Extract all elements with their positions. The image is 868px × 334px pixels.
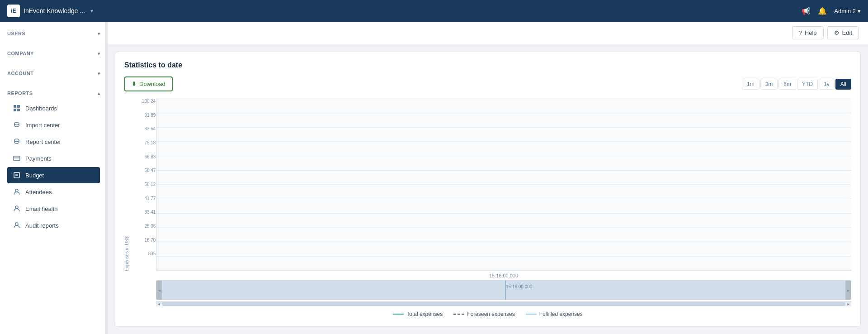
svg-rect-8 <box>14 172 19 178</box>
scrollbar-selection <box>157 281 849 300</box>
content-area: ? Help ⚙ Edit Statistics to date ⬇ Downl… <box>108 22 868 334</box>
x-axis-label: 15:16:00.000 <box>124 271 851 278</box>
time-filter-ytd[interactable]: YTD <box>797 79 818 90</box>
edit-button[interactable]: ⚙ Edit <box>827 26 859 39</box>
sidebar-section-header-reports[interactable]: REPORTS ▴ <box>7 87 100 100</box>
download-button[interactable]: ⬇ Download <box>124 76 173 91</box>
time-filter-1y[interactable]: 1y <box>819 79 835 90</box>
chart-legend: Total expensesForeseen expensesFulfilled… <box>124 306 851 317</box>
sidebar-section-users: USERS ▾ <box>0 22 107 42</box>
sidebar-item-dashboards[interactable]: Dashboards <box>7 100 100 116</box>
reports-chevron: ▴ <box>98 91 100 96</box>
sidebar-section-header-users[interactable]: USERS ▾ <box>7 27 100 40</box>
svg-rect-0 <box>14 105 16 108</box>
help-button[interactable]: ? Help <box>792 26 824 39</box>
sidebar-item-attendees[interactable]: Attendees <box>7 184 100 200</box>
y-axis-title: Expenses in US$ <box>124 99 129 271</box>
legend-label-total: Total expenses <box>406 311 443 317</box>
chart-hscrollbar[interactable]: ◂ ▸ <box>156 301 851 306</box>
sidebar: USERS ▾ COMPANY ▾ ACCOUNT ▾ REPORTS ▴ <box>0 22 108 334</box>
chart-scrollbar[interactable]: ◂ ▸ 15:16:00.000 <box>156 280 851 300</box>
scrollbar-left-handle[interactable]: ◂ <box>156 281 162 300</box>
svg-rect-6 <box>14 156 20 161</box>
legend-line-fulfilled <box>526 314 537 315</box>
svg-rect-3 <box>17 109 20 111</box>
svg-point-4 <box>14 122 19 125</box>
top-nav: iE InEvent Knowledge ... ▾ 📢 🔔 Admin 2 ▾ <box>0 0 868 22</box>
svg-point-12 <box>15 206 18 209</box>
sidebar-item-budget[interactable]: Budget <box>7 167 100 183</box>
email-health-label: Email health <box>25 205 58 212</box>
chart-title: Statistics to date <box>124 61 851 69</box>
chart-card: Statistics to date ⬇ Download 1m3m6mYTD1… <box>115 52 861 327</box>
audit-reports-label: Audit reports <box>25 222 59 229</box>
budget-icon <box>13 171 21 179</box>
scrollbar-cursor <box>505 281 506 300</box>
svg-point-5 <box>14 139 19 142</box>
budget-label: Budget <box>25 172 44 179</box>
sidebar-item-audit-reports[interactable]: Audit reports <box>7 217 100 234</box>
sidebar-item-report-center[interactable]: Report center <box>7 134 100 150</box>
legend-item-fulfilled: Fulfilled expenses <box>526 311 583 317</box>
time-filters: 1m3m6mYTD1yAll <box>742 79 851 90</box>
svg-rect-1 <box>17 105 20 108</box>
time-filter-6m[interactable]: 6m <box>778 79 796 90</box>
user-name: Admin 2 <box>834 8 856 14</box>
chart-container: Expenses in US$ 100 24891 89483 54075 18… <box>124 99 851 306</box>
svg-rect-2 <box>14 109 16 111</box>
payments-label: Payments <box>25 155 52 162</box>
legend-item-total: Total expenses <box>393 311 443 317</box>
content-header: ? Help ⚙ Edit <box>108 22 868 44</box>
email-health-icon <box>13 205 21 213</box>
chart-toolbar: ⬇ Download 1m3m6mYTD1yAll <box>124 76 851 91</box>
sidebar-section-account: ACCOUNT ▾ <box>0 62 107 81</box>
chart-plot-area <box>156 99 851 271</box>
legend-label-fulfilled: Fulfilled expenses <box>539 311 583 317</box>
sidebar-item-payments[interactable]: Payments <box>7 150 100 167</box>
hscrollbar-left-arrow[interactable]: ◂ <box>156 301 162 306</box>
help-icon: ? <box>799 29 802 36</box>
left-grip-icon: ◂ <box>158 288 160 293</box>
report-center-icon <box>13 138 21 146</box>
attendees-label: Attendees <box>25 189 52 196</box>
app-title: InEvent Knowledge ... <box>24 7 85 14</box>
bell-icon[interactable]: 🔔 <box>818 7 827 15</box>
company-chevron: ▾ <box>98 51 100 56</box>
legend-line-total <box>393 314 404 315</box>
scrollbar-right-handle[interactable]: ▸ <box>845 281 851 300</box>
legend-line-foreseen <box>453 314 464 315</box>
gear-icon: ⚙ <box>834 29 840 36</box>
sidebar-section-reports: REPORTS ▴ Dashboards Import center R <box>0 81 107 236</box>
hscrollbar-right-arrow[interactable]: ▸ <box>845 301 851 306</box>
sidebar-section-company: COMPANY ▾ <box>0 42 107 62</box>
time-filter-1m[interactable]: 1m <box>742 79 760 90</box>
svg-point-13 <box>15 223 18 225</box>
sidebar-item-email-health[interactable]: Email health <box>7 200 100 217</box>
sidebar-section-header-account[interactable]: ACCOUNT ▾ <box>7 67 100 80</box>
hscrollbar-thumb[interactable] <box>162 302 845 306</box>
svg-point-11 <box>15 189 18 192</box>
attendees-icon <box>13 188 21 196</box>
time-filter-3m[interactable]: 3m <box>760 79 778 90</box>
right-grip-icon: ▸ <box>847 288 849 293</box>
download-icon: ⬇ <box>132 81 137 87</box>
report-center-label: Report center <box>25 138 61 145</box>
dashboards-icon <box>13 104 21 112</box>
app-title-chevron[interactable]: ▾ <box>90 8 93 14</box>
sidebar-scrollbar[interactable] <box>105 22 108 334</box>
user-chevron: ▾ <box>858 8 861 14</box>
sidebar-item-import-center[interactable]: Import center <box>7 117 100 133</box>
user-menu[interactable]: Admin 2 ▾ <box>834 8 861 14</box>
import-center-label: Import center <box>25 122 60 129</box>
payments-icon <box>13 154 21 162</box>
legend-label-foreseen: Foreseen expenses <box>467 311 514 317</box>
account-chevron: ▾ <box>98 71 100 76</box>
time-filter-all[interactable]: All <box>835 79 851 90</box>
users-chevron: ▾ <box>98 31 100 36</box>
app-logo: iE <box>7 5 20 17</box>
sidebar-section-header-company[interactable]: COMPANY ▾ <box>7 47 100 60</box>
legend-item-foreseen: Foreseen expenses <box>453 311 514 317</box>
dashboards-label: Dashboards <box>25 105 57 112</box>
megaphone-icon[interactable]: 📢 <box>802 7 811 15</box>
import-center-icon <box>13 121 21 129</box>
